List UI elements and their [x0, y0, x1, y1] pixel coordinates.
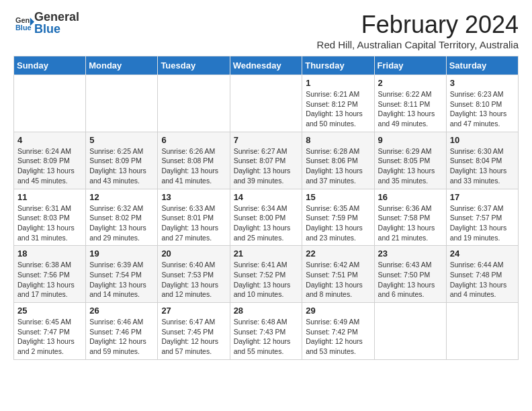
day-info: Sunrise: 6:34 AMSunset: 8:00 PMDaylight:…	[234, 203, 299, 243]
calendar-cell: 20Sunrise: 6:40 AMSunset: 7:53 PMDayligh…	[158, 246, 230, 303]
day-info: Sunrise: 6:35 AMSunset: 7:59 PMDaylight:…	[306, 203, 370, 243]
day-info: Sunrise: 6:22 AMSunset: 8:11 PMDaylight:…	[378, 89, 443, 129]
day-number: 23	[378, 248, 443, 259]
weekday-header: Thursday	[302, 56, 374, 75]
logo: Gen Blue General Blue	[13, 11, 79, 35]
calendar-cell	[230, 75, 302, 132]
day-number: 3	[450, 78, 515, 88]
day-info: Sunrise: 6:41 AMSunset: 7:52 PMDaylight:…	[234, 260, 299, 300]
day-number: 29	[306, 306, 370, 316]
day-number: 7	[234, 135, 299, 145]
day-info: Sunrise: 6:40 AMSunset: 7:53 PMDaylight:…	[161, 260, 226, 300]
day-number: 11	[17, 192, 82, 202]
calendar-header-row: SundayMondayTuesdayWednesdayThursdayFrid…	[14, 56, 519, 75]
day-info: Sunrise: 6:23 AMSunset: 8:10 PMDaylight:…	[450, 89, 515, 129]
calendar-cell: 11Sunrise: 6:31 AMSunset: 8:03 PMDayligh…	[14, 189, 86, 246]
location-subtitle: Red Hill, Australian Capital Territory, …	[317, 39, 519, 50]
day-number: 14	[234, 192, 299, 202]
weekday-header: Monday	[86, 56, 158, 75]
day-number: 27	[161, 306, 226, 316]
day-number: 19	[89, 248, 154, 259]
day-number: 16	[378, 192, 443, 202]
calendar-week-row: 1Sunrise: 6:21 AMSunset: 8:12 PMDaylight…	[14, 75, 519, 132]
calendar-cell: 12Sunrise: 6:32 AMSunset: 8:02 PMDayligh…	[86, 189, 158, 246]
day-info: Sunrise: 6:47 AMSunset: 7:45 PMDaylight:…	[161, 317, 226, 357]
day-number: 12	[89, 192, 154, 202]
day-number: 5	[89, 135, 154, 145]
day-number: 25	[17, 306, 82, 316]
day-info: Sunrise: 6:42 AMSunset: 7:51 PMDaylight:…	[306, 260, 370, 300]
day-info: Sunrise: 6:49 AMSunset: 7:42 PMDaylight:…	[306, 317, 370, 357]
logo-text: General Blue	[34, 11, 79, 35]
day-info: Sunrise: 6:27 AMSunset: 8:07 PMDaylight:…	[234, 146, 299, 186]
day-info: Sunrise: 6:30 AMSunset: 8:04 PMDaylight:…	[450, 146, 515, 186]
calendar-week-row: 11Sunrise: 6:31 AMSunset: 8:03 PMDayligh…	[14, 189, 519, 246]
calendar-cell: 9Sunrise: 6:29 AMSunset: 8:05 PMDaylight…	[374, 132, 446, 189]
calendar-cell: 29Sunrise: 6:49 AMSunset: 7:42 PMDayligh…	[302, 303, 374, 360]
day-info: Sunrise: 6:29 AMSunset: 8:05 PMDaylight:…	[378, 146, 443, 186]
day-info: Sunrise: 6:32 AMSunset: 8:02 PMDaylight:…	[89, 203, 154, 243]
calendar-cell	[374, 303, 446, 360]
calendar-cell	[158, 75, 230, 132]
day-info: Sunrise: 6:46 AMSunset: 7:46 PMDaylight:…	[89, 317, 154, 357]
day-number: 4	[17, 135, 82, 145]
day-info: Sunrise: 6:39 AMSunset: 7:54 PMDaylight:…	[89, 260, 154, 300]
calendar-cell: 27Sunrise: 6:47 AMSunset: 7:45 PMDayligh…	[158, 303, 230, 360]
weekday-header: Wednesday	[230, 56, 302, 75]
calendar-cell: 26Sunrise: 6:46 AMSunset: 7:46 PMDayligh…	[86, 303, 158, 360]
day-number: 18	[17, 248, 82, 259]
calendar-cell: 21Sunrise: 6:41 AMSunset: 7:52 PMDayligh…	[230, 246, 302, 303]
day-info: Sunrise: 6:44 AMSunset: 7:48 PMDaylight:…	[450, 260, 515, 300]
calendar-cell: 18Sunrise: 6:38 AMSunset: 7:56 PMDayligh…	[14, 246, 86, 303]
title-area: February 2024 Red Hill, Australian Capit…	[317, 11, 519, 50]
calendar-cell: 13Sunrise: 6:33 AMSunset: 8:01 PMDayligh…	[158, 189, 230, 246]
day-number: 28	[234, 306, 299, 316]
day-info: Sunrise: 6:25 AMSunset: 8:09 PMDaylight:…	[89, 146, 154, 186]
calendar-week-row: 18Sunrise: 6:38 AMSunset: 7:56 PMDayligh…	[14, 246, 519, 303]
calendar-cell	[86, 75, 158, 132]
day-number: 21	[234, 248, 299, 259]
logo-blue: Blue	[34, 23, 79, 35]
logo-icon: Gen Blue	[15, 13, 34, 32]
calendar-cell: 5Sunrise: 6:25 AMSunset: 8:09 PMDaylight…	[86, 132, 158, 189]
calendar-week-row: 4Sunrise: 6:24 AMSunset: 8:09 PMDaylight…	[14, 132, 519, 189]
day-info: Sunrise: 6:28 AMSunset: 8:06 PMDaylight:…	[306, 146, 370, 186]
calendar-cell: 16Sunrise: 6:36 AMSunset: 7:58 PMDayligh…	[374, 189, 446, 246]
day-info: Sunrise: 6:21 AMSunset: 8:12 PMDaylight:…	[306, 89, 370, 129]
calendar-cell: 25Sunrise: 6:45 AMSunset: 7:47 PMDayligh…	[14, 303, 86, 360]
weekday-header: Friday	[374, 56, 446, 75]
day-number: 15	[306, 192, 370, 202]
day-number: 24	[450, 248, 515, 259]
day-info: Sunrise: 6:33 AMSunset: 8:01 PMDaylight:…	[161, 203, 226, 243]
day-info: Sunrise: 6:38 AMSunset: 7:56 PMDaylight:…	[17, 260, 82, 300]
page-header: Gen Blue General Blue February 2024 Red …	[13, 11, 519, 50]
calendar-cell: 24Sunrise: 6:44 AMSunset: 7:48 PMDayligh…	[446, 246, 518, 303]
calendar-cell	[14, 75, 86, 132]
weekday-header: Tuesday	[158, 56, 230, 75]
day-number: 9	[378, 135, 443, 145]
weekday-header: Sunday	[14, 56, 86, 75]
weekday-header: Saturday	[446, 56, 518, 75]
day-number: 1	[306, 78, 370, 88]
calendar-week-row: 25Sunrise: 6:45 AMSunset: 7:47 PMDayligh…	[14, 303, 519, 360]
calendar-cell: 7Sunrise: 6:27 AMSunset: 8:07 PMDaylight…	[230, 132, 302, 189]
calendar-cell: 1Sunrise: 6:21 AMSunset: 8:12 PMDaylight…	[302, 75, 374, 132]
day-info: Sunrise: 6:24 AMSunset: 8:09 PMDaylight:…	[17, 146, 82, 186]
day-number: 6	[161, 135, 226, 145]
calendar-cell: 8Sunrise: 6:28 AMSunset: 8:06 PMDaylight…	[302, 132, 374, 189]
calendar-cell: 15Sunrise: 6:35 AMSunset: 7:59 PMDayligh…	[302, 189, 374, 246]
day-number: 20	[161, 248, 226, 259]
calendar-cell: 17Sunrise: 6:37 AMSunset: 7:57 PMDayligh…	[446, 189, 518, 246]
day-info: Sunrise: 6:43 AMSunset: 7:50 PMDaylight:…	[378, 260, 443, 300]
logo-general: General	[34, 11, 79, 23]
day-number: 10	[450, 135, 515, 145]
calendar-cell: 23Sunrise: 6:43 AMSunset: 7:50 PMDayligh…	[374, 246, 446, 303]
calendar-cell: 10Sunrise: 6:30 AMSunset: 8:04 PMDayligh…	[446, 132, 518, 189]
month-title: February 2024	[317, 11, 519, 39]
calendar-cell: 2Sunrise: 6:22 AMSunset: 8:11 PMDaylight…	[374, 75, 446, 132]
calendar-cell: 4Sunrise: 6:24 AMSunset: 8:09 PMDaylight…	[14, 132, 86, 189]
calendar-cell: 14Sunrise: 6:34 AMSunset: 8:00 PMDayligh…	[230, 189, 302, 246]
day-number: 22	[306, 248, 370, 259]
day-number: 13	[161, 192, 226, 202]
day-number: 17	[450, 192, 515, 202]
